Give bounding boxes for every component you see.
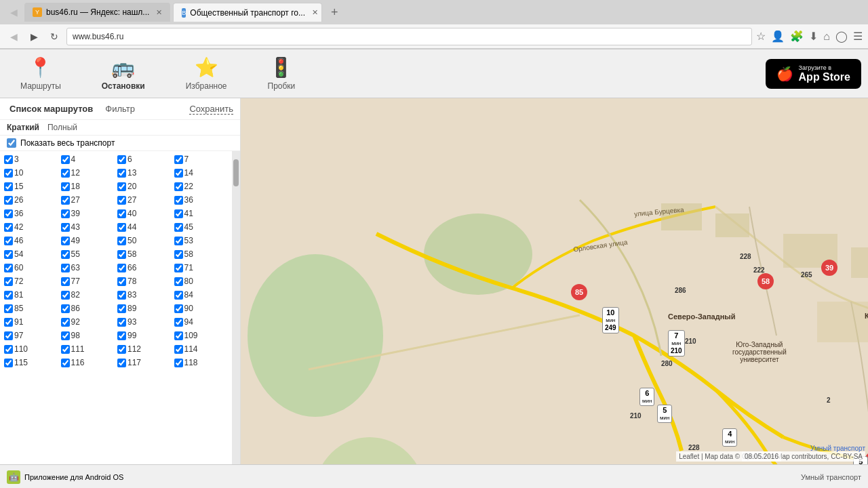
- tab1-close[interactable]: ✕: [156, 8, 162, 17]
- route-checkbox[interactable]: [117, 250, 126, 259]
- tab-1[interactable]: Y bus46.ru — Яндекс: нашл... ✕: [24, 3, 170, 22]
- route-checkbox[interactable]: [174, 196, 183, 205]
- address-input[interactable]: www.bus46.ru: [66, 28, 752, 45]
- route-checkbox[interactable]: [4, 331, 13, 340]
- route-checkbox[interactable]: [174, 264, 183, 272]
- home-icon[interactable]: ⌂: [823, 30, 830, 43]
- route-checkbox[interactable]: [4, 237, 13, 245]
- route-checkbox[interactable]: [174, 182, 183, 191]
- forward-nav-btn[interactable]: ▶: [26, 28, 42, 45]
- sidebar-tab-filter[interactable]: Фильтр: [102, 102, 138, 115]
- route-checkbox[interactable]: [117, 209, 126, 218]
- sidebar-tab-routes[interactable]: Список маршрутов: [7, 102, 96, 115]
- route-item: 10: [3, 166, 60, 180]
- route-checkbox[interactable]: [61, 209, 70, 218]
- nav-stops[interactable]: 🚌 Остановки: [88, 51, 159, 96]
- sidebar-save-btn[interactable]: Сохранить: [189, 104, 233, 115]
- route-checkbox[interactable]: [4, 182, 13, 191]
- back-btn[interactable]: ◀: [5, 4, 22, 20]
- smart-transport-link[interactable]: Умный транспорт: [810, 445, 865, 452]
- route-checkbox[interactable]: [4, 264, 13, 272]
- route-checkbox[interactable]: [4, 196, 13, 205]
- route-checkbox[interactable]: [117, 345, 126, 354]
- route-checkbox[interactable]: [117, 291, 126, 300]
- tab2-close[interactable]: ✕: [312, 8, 318, 17]
- route-checkbox[interactable]: [61, 264, 70, 272]
- back-nav-btn[interactable]: ◀: [5, 28, 22, 45]
- routes-grid: 3467101213141518202226272736363940414243…: [3, 152, 229, 369]
- view-tab-short[interactable]: Краткий: [7, 123, 39, 132]
- refresh-nav-btn[interactable]: ↻: [46, 28, 62, 45]
- route-checkbox[interactable]: [174, 331, 183, 340]
- menu-icon[interactable]: ☰: [853, 30, 863, 43]
- route-checkbox[interactable]: [117, 237, 126, 245]
- route-checkbox[interactable]: [174, 277, 183, 286]
- nav-traffic[interactable]: 🚦 Пробки: [254, 51, 309, 96]
- route-checkbox[interactable]: [174, 359, 183, 367]
- route-checkbox[interactable]: [117, 169, 126, 178]
- route-checkbox[interactable]: [117, 182, 126, 191]
- route-checkbox[interactable]: [117, 196, 126, 205]
- bookmark-icon[interactable]: ☆: [756, 30, 766, 43]
- smart-transport-status[interactable]: Умный транспорт: [801, 473, 861, 481]
- route-checkbox[interactable]: [4, 345, 13, 354]
- route-checkbox[interactable]: [61, 196, 70, 205]
- tab-2[interactable]: B Общественный транспорт го... ✕: [173, 3, 322, 22]
- route-checkbox[interactable]: [117, 304, 126, 313]
- route-checkbox[interactable]: [61, 304, 70, 313]
- map-area[interactable]: 210 228 222 265 286 280 210 210 228 2 24…: [241, 98, 868, 464]
- route-checkbox[interactable]: [174, 304, 183, 313]
- route-checkbox[interactable]: [117, 318, 126, 327]
- route-checkbox[interactable]: [174, 169, 183, 178]
- route-checkbox[interactable]: [4, 277, 13, 286]
- route-checkbox[interactable]: [174, 345, 183, 354]
- route-checkbox[interactable]: [4, 359, 13, 367]
- route-checkbox[interactable]: [4, 223, 13, 232]
- profile-icon[interactable]: ◯: [835, 30, 848, 43]
- show-all-checkbox[interactable]: [7, 138, 16, 148]
- route-item: 14: [173, 166, 230, 180]
- user-icon[interactable]: 👤: [771, 30, 785, 43]
- route-checkbox[interactable]: [61, 250, 70, 259]
- route-checkbox[interactable]: [174, 223, 183, 232]
- download-icon[interactable]: ⬇: [809, 30, 818, 43]
- route-checkbox[interactable]: [61, 345, 70, 354]
- route-checkbox[interactable]: [117, 331, 126, 340]
- route-checkbox[interactable]: [61, 182, 70, 191]
- route-checkbox[interactable]: [4, 318, 13, 327]
- route-checkbox[interactable]: [61, 318, 70, 327]
- route-checkbox[interactable]: [174, 237, 183, 245]
- route-checkbox[interactable]: [117, 264, 126, 272]
- route-checkbox[interactable]: [61, 169, 70, 178]
- nav-favorites[interactable]: ⭐ Избранное: [172, 51, 241, 96]
- route-checkbox[interactable]: [4, 209, 13, 218]
- route-checkbox[interactable]: [174, 250, 183, 259]
- nav-routes[interactable]: 📍 Маршруты: [7, 51, 75, 96]
- route-checkbox[interactable]: [117, 359, 126, 367]
- route-checkbox[interactable]: [61, 359, 70, 367]
- route-checkbox[interactable]: [174, 291, 183, 300]
- route-checkbox[interactable]: [117, 223, 126, 232]
- scroll-bar[interactable]: [232, 151, 240, 464]
- appstore-button[interactable]: 🍎 Загрузите в App Store: [766, 59, 861, 89]
- route-checkbox[interactable]: [4, 291, 13, 300]
- extensions-icon[interactable]: 🧩: [790, 30, 804, 43]
- route-checkbox[interactable]: [61, 155, 70, 164]
- route-checkbox[interactable]: [174, 318, 183, 327]
- route-item: 42: [3, 220, 60, 234]
- route-checkbox[interactable]: [4, 304, 13, 313]
- route-checkbox[interactable]: [174, 155, 183, 164]
- route-checkbox[interactable]: [4, 155, 13, 164]
- route-checkbox[interactable]: [4, 250, 13, 259]
- route-checkbox[interactable]: [61, 277, 70, 286]
- route-checkbox[interactable]: [61, 291, 70, 300]
- route-checkbox[interactable]: [61, 223, 70, 232]
- route-checkbox[interactable]: [117, 277, 126, 286]
- route-checkbox[interactable]: [61, 237, 70, 245]
- view-tab-full[interactable]: Полный: [47, 123, 77, 132]
- route-checkbox[interactable]: [4, 169, 13, 178]
- route-checkbox[interactable]: [174, 209, 183, 218]
- route-checkbox[interactable]: [61, 331, 70, 340]
- route-checkbox[interactable]: [117, 155, 126, 164]
- new-tab-btn[interactable]: +: [325, 3, 344, 22]
